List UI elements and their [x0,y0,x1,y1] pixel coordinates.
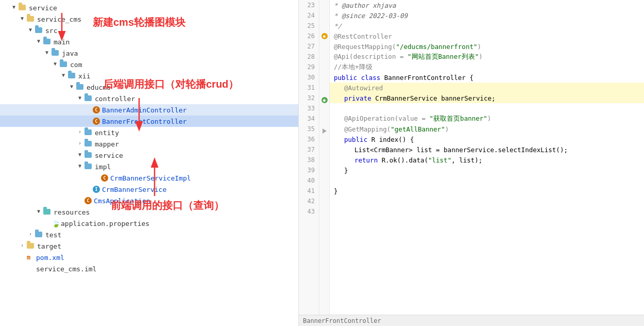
file-tree-panel: ▼ service ▼ service_cms ▼ src ▼ main ▼ j… [0,0,299,326]
tree-label: src [45,27,57,35]
code-line-41: } [330,186,644,196]
line-num-43: 43 [299,206,319,217]
class-icon: C [93,118,100,125]
code-text: @RestController [334,32,392,40]
tree-item-test[interactable]: › test [0,229,298,240]
code-text: @ApiOperation(value = "获取首页banner") [334,115,491,123]
folder-icon [84,162,93,171]
line-num-25: 25 [299,21,319,31]
folder-icon [19,4,27,12]
tree-item-impl[interactable]: ▼ impl [0,161,298,172]
gutter-24 [319,10,329,21]
tree-label: com [70,61,82,69]
chevron-icon: ▼ [76,95,83,102]
line-num-39: 39 [299,165,319,175]
tree-label: CrmBannerServiceImpl [110,174,191,182]
line-num-30: 30 [299,72,319,83]
tree-item-crm-banner-service-impl[interactable]: C CrmBannerServiceImpl [0,172,298,184]
tree-item-entity[interactable]: › entity [0,127,298,138]
tree-label: main [54,38,70,46]
tree-label: mapper [95,140,119,148]
folder-icon [35,231,43,239]
tree-label: test [45,231,61,239]
tree-item-com[interactable]: ▼ com [0,59,298,70]
line-num-29: 29 [299,62,319,72]
tree-item-educms[interactable]: ▼ educms [0,82,298,93]
code-line-38: return R.ok().data("list", list); [330,155,644,165]
folder-icon [52,49,60,57]
code-line-42 [330,196,644,206]
folder-icon [27,242,35,250]
tree-item-banner-admin-controller[interactable]: C BannerAdminController [0,104,298,116]
chevron-icon: ▼ [76,163,83,170]
tree-item-application-properties[interactable]: 🍃 application.properties [0,218,298,229]
tree-label: resources [54,208,90,216]
tree-label: pom.xml [36,254,64,262]
code-text: */ [334,22,342,30]
chevron-icon: ▼ [19,15,26,23]
tree-label: BannerAdminController [102,106,187,114]
spacer [19,254,26,261]
gutter-30 [319,74,329,85]
tree-item-banner-front-controller[interactable]: C BannerFrontController [0,116,298,127]
line-num-36: 36 [299,134,319,144]
chevron-icon: ▼ [35,38,42,45]
tree-item-crm-banner-service[interactable]: I CrmBannerService [0,184,298,195]
gutter-40 [319,180,329,190]
tree-label: service_cms.iml [36,265,96,273]
tree-item-service-cms-iml[interactable]: service_cms.iml [0,263,298,274]
code-line-30: public class BannerFrontController { [330,72,644,83]
line-num-27: 27 [299,41,319,52]
code-line-35: @GetMapping("getAllBanner") [330,124,644,134]
tree-label: target [37,242,61,250]
tree-item-mapper[interactable]: › mapper [0,138,298,150]
tree-label: application.properties [61,220,149,227]
gutter-36 [319,139,329,149]
code-content[interactable]: * @author xhjava * @since 2022-03-09 */ … [330,0,644,315]
spacer [84,118,92,125]
debug-icon: ● [321,97,328,103]
code-text: @GetMapping("getAllBanner") [334,125,449,133]
bookmark-icon: ● [321,33,328,39]
code-line-43 [330,206,644,217]
chevron-icon: ▼ [52,61,59,68]
code-text: } [334,187,338,195]
tree-label: educms [87,84,111,91]
chevron-icon: › [27,231,34,238]
code-line-36: public R index() { [330,134,644,144]
line-num-35: 35 [299,124,319,134]
spacer [76,197,83,204]
code-line-28: @Api(description = "网站首页Banner列表") [330,52,644,62]
tree-item-target[interactable]: › target [0,240,298,252]
tree-item-controller[interactable]: ▼ controller [0,93,298,104]
tree-item-java[interactable]: ▼ java [0,47,298,59]
tree-item-service-folder[interactable]: ▼ service [0,150,298,161]
gutter-37 [319,149,329,159]
gutter-26: ● [319,33,329,43]
tree-item-src[interactable]: ▼ src [0,25,298,36]
tree-item-cms-application[interactable]: C CmsApplication [0,195,298,206]
tree-item-service-cms[interactable]: ▼ service_cms [0,13,298,25]
tree-item-service[interactable]: ▼ service [0,2,298,13]
folder-icon [84,94,93,103]
tree-item-resources[interactable]: ▼ resources [0,206,298,218]
gutter-43 [319,211,329,221]
tree-label: service [29,4,57,12]
gutter-28 [319,54,329,64]
tree-item-xii[interactable]: ▼ xii [0,70,298,82]
folder-icon [84,151,93,159]
gutter-39 [319,170,329,180]
spring-icon: C [84,197,92,204]
code-line-27: @RequestMapping("/educms/bannerfront") [330,41,644,52]
tree-item-pom-xml[interactable]: m pom.xml [0,252,298,263]
gutter-23 [319,0,329,10]
fold-icon [323,128,327,134]
line-num-24: 24 [299,10,319,21]
code-line-37: List<CrmBanner> list = bannerService.sel… [330,144,644,155]
gutter-35 [319,128,329,139]
code-line-23: * @author xhjava [330,0,644,10]
line-num-34: 34 [299,113,319,124]
chevron-icon: › [76,140,83,148]
tree-item-main[interactable]: ▼ main [0,36,298,47]
line-num-38: 38 [299,155,319,165]
